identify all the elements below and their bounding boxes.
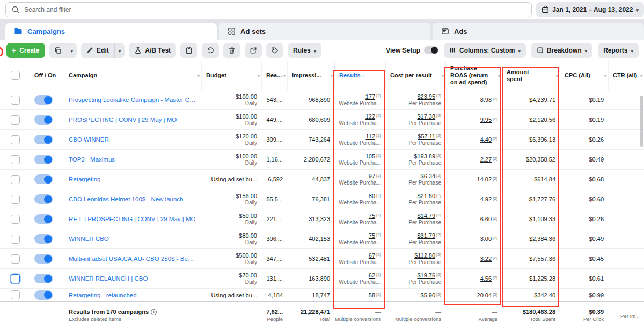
campaign-name-link[interactable]: CBO WINNER — [69, 136, 109, 143]
campaign-active-toggle[interactable] — [34, 234, 53, 244]
header-purchase-roas[interactable]: Purchase ROAS (return on ad spend) — [445, 61, 502, 90]
header-results[interactable]: Results↓ — [334, 61, 385, 90]
campaign-name-link[interactable]: WINNER CBO — [69, 236, 109, 242]
date-range-button[interactable]: Jan 1, 2021 – Aug 13, 2022 — [536, 2, 644, 17]
cpr-value-link[interactable]: $19.76 — [417, 272, 435, 279]
header-campaign[interactable]: Campaign — [64, 61, 201, 90]
roas-value-link[interactable]: 6.60 — [480, 216, 492, 222]
campaign-active-toggle[interactable] — [34, 115, 53, 125]
results-value-link[interactable]: 62 — [369, 272, 375, 279]
ab-test-button[interactable]: A/B Test — [129, 43, 176, 58]
roas-value-link[interactable]: 4.56 — [480, 275, 492, 282]
breakdown-button[interactable]: Breakdown — [531, 43, 592, 58]
row-checkbox[interactable] — [11, 290, 20, 299]
header-budget[interactable]: Budget — [201, 61, 261, 90]
roas-value-link[interactable]: 4.92 — [480, 196, 492, 202]
vertical-scrollbar[interactable] — [640, 96, 643, 147]
results-value-link[interactable]: 75 — [369, 213, 375, 219]
roas-value-link[interactable]: 3.00 — [480, 236, 492, 242]
campaign-active-toggle[interactable] — [34, 290, 53, 300]
header-cpc[interactable]: CPC (All) — [560, 61, 608, 90]
edit-button[interactable]: Edit — [81, 43, 114, 58]
campaign-active-toggle[interactable] — [34, 155, 53, 164]
row-checkbox[interactable] — [11, 254, 20, 264]
view-setup-control[interactable]: View Setup — [386, 46, 438, 54]
results-value-link[interactable]: 67 — [369, 252, 375, 259]
results-value-link[interactable]: 112 — [366, 133, 376, 140]
edit-dropdown-button[interactable] — [114, 43, 125, 58]
campaign-name-link[interactable]: CBO Leonidas Helmet 100$ - New launch — [69, 196, 184, 202]
roas-value-link[interactable]: 14.02 — [477, 176, 492, 182]
cpr-value-link[interactable]: $23.95 — [417, 93, 435, 100]
search-bar[interactable] — [5, 2, 532, 17]
cpr-value-link[interactable]: $5.90 — [421, 292, 436, 298]
campaign-active-toggle[interactable] — [34, 135, 53, 144]
campaign-active-toggle[interactable] — [34, 254, 53, 264]
cpr-value-link[interactable]: $6.34 — [421, 173, 436, 179]
row-checkbox[interactable] — [11, 235, 20, 244]
results-value-link[interactable]: 97 — [369, 173, 375, 179]
duplicate-button[interactable] — [49, 43, 67, 58]
row-checkbox[interactable] — [11, 115, 20, 125]
search-input[interactable] — [24, 6, 526, 13]
header-impressions[interactable]: Impressi... — [287, 61, 334, 90]
roas-value-link[interactable]: 20.04 — [477, 292, 492, 298]
header-reach[interactable]: Rea... — [261, 61, 287, 90]
header-amount-spent[interactable]: Amount spent — [502, 61, 560, 90]
results-value-link[interactable]: 122 — [365, 113, 375, 120]
columns-button[interactable]: Columns: Custom — [444, 43, 526, 58]
row-checkbox[interactable] — [11, 96, 20, 105]
results-value-link[interactable]: 177 — [365, 93, 375, 100]
select-all-checkbox[interactable] — [11, 71, 20, 80]
cpr-value-link[interactable]: $21.60 — [417, 193, 435, 199]
cpr-value-link[interactable]: $17.38 — [417, 113, 435, 120]
campaign-active-toggle[interactable] — [34, 274, 53, 283]
roas-value-link[interactable]: 3.22 — [480, 255, 492, 262]
campaign-name-link[interactable]: TOP3 - Maximus — [69, 156, 115, 163]
clipboard-button[interactable] — [180, 43, 197, 58]
delete-button[interactable] — [223, 43, 240, 58]
info-icon[interactable] — [151, 309, 157, 315]
reports-button[interactable]: Reports — [598, 43, 639, 58]
duplicate-dropdown-button[interactable] — [67, 43, 77, 58]
campaign-name-link[interactable]: Retargeting - relaunched — [69, 292, 137, 298]
roas-value-link[interactable]: 4.40 — [480, 136, 492, 143]
create-button[interactable]: Create — [6, 43, 45, 58]
campaign-name-link[interactable]: Multi-int adset USA,CA,AU- CBO 250$ - Be… — [69, 255, 197, 262]
campaign-active-toggle[interactable] — [34, 214, 53, 224]
row-checkbox[interactable] — [11, 215, 20, 224]
row-checkbox[interactable] — [11, 135, 20, 144]
roas-value-link[interactable]: 9.95 — [480, 116, 492, 123]
tag-button[interactable] — [266, 43, 283, 58]
cpr-value-link[interactable]: $57.11 — [418, 133, 435, 140]
rules-button[interactable]: Rules — [288, 43, 321, 58]
campaign-active-toggle[interactable] — [34, 95, 53, 105]
results-value-link[interactable]: 105 — [365, 153, 375, 159]
header-ctr[interactable]: CTR (all) — [608, 61, 644, 90]
cpr-value-link[interactable]: $112.80 — [414, 252, 435, 259]
roas-value-link[interactable]: 8.98 — [480, 97, 492, 103]
results-value-link[interactable]: 80 — [369, 193, 375, 199]
undo-button[interactable] — [202, 43, 219, 58]
view-setup-toggle[interactable] — [424, 46, 438, 54]
campaign-active-toggle[interactable] — [34, 174, 53, 184]
cpr-value-link[interactable]: $193.89 — [414, 153, 435, 159]
row-checkbox[interactable] — [11, 175, 20, 184]
cpr-value-link[interactable]: $14.79 — [417, 213, 435, 219]
tab-adsets[interactable]: Ad sets — [219, 23, 430, 40]
row-checkbox[interactable] — [11, 274, 20, 283]
campaign-name-link[interactable]: WINNER RELAUNCH | CBO — [69, 275, 148, 282]
campaign-name-link[interactable]: Prospecting Lookalike Campaign - Master … — [69, 97, 197, 103]
tab-campaigns[interactable]: Campaigns — [5, 23, 217, 40]
cpr-value-link[interactable]: $31.79 — [417, 232, 435, 239]
campaign-name-link[interactable]: RE-L | PROSPECTING | CONV | 29 May | MO — [69, 216, 195, 222]
row-checkbox[interactable] — [11, 195, 20, 204]
campaign-name-link[interactable]: PROSPECTING | CONV | 29 May | MO — [69, 116, 177, 123]
campaign-name-link[interactable]: Retargeting — [69, 176, 100, 182]
results-value-link[interactable]: 58 — [369, 292, 375, 298]
header-cost-per-result[interactable]: Cost per result — [385, 61, 445, 90]
tab-ads[interactable]: Ads — [433, 23, 644, 40]
export-button[interactable] — [245, 43, 262, 58]
row-checkbox[interactable] — [11, 155, 20, 164]
campaign-active-toggle[interactable] — [34, 194, 53, 204]
